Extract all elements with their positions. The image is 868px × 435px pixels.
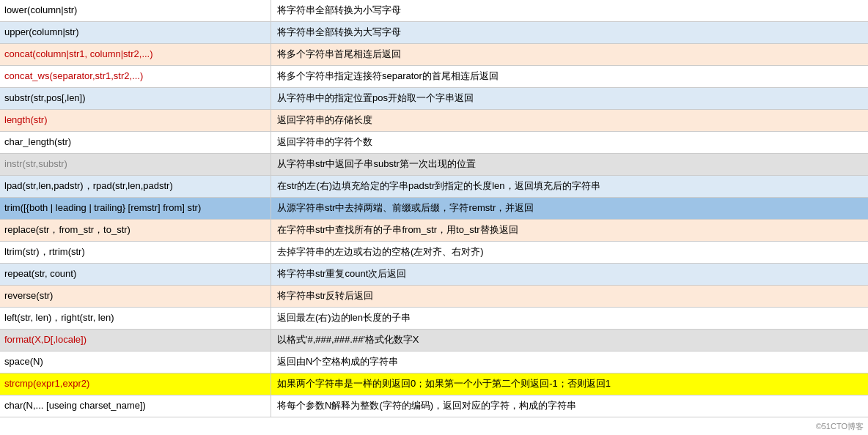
table-row: left(str, len)，right(str, len)返回最左(右)边的l… — [0, 308, 868, 330]
description-cell: 返回由N个空格构成的字符串 — [271, 352, 868, 373]
description-cell: 将字符串全部转换为大写字母 — [271, 22, 868, 43]
description-cell: 如果两个字符串是一样的则返回0；如果第一个小于第二个则返回-1；否则返回1 — [271, 373, 868, 395]
description-cell: 将字符串str反转后返回 — [271, 286, 868, 307]
function-cell: lpad(str,len,padstr)，rpad(str,len,padstr… — [0, 176, 271, 197]
function-cell: concat_ws(separator,str1,str2,...) — [0, 66, 271, 87]
function-cell: concat(column|str1, column|str2,...) — [0, 44, 271, 65]
table-row: concat_ws(separator,str1,str2,...)将多个字符串… — [0, 66, 868, 88]
function-cell: format(X,D[,locale]) — [0, 330, 271, 351]
description-cell: 将多个字符串首尾相连后返回 — [271, 44, 868, 65]
function-cell: upper(column|str) — [0, 22, 271, 43]
table-row: reverse(str)将字符串str反转后返回 — [0, 286, 868, 308]
description-cell: 将多个字符串指定连接符separator的首尾相连后返回 — [271, 66, 868, 87]
function-cell: length(str) — [0, 110, 271, 131]
function-cell: space(N) — [0, 352, 271, 373]
description-cell: 将每个参数N解释为整数(字符的编码)，返回对应的字符，构成的字符串 — [271, 395, 868, 417]
table-row: strcmp(expr1,expr2)如果两个字符串是一样的则返回0；如果第一个… — [0, 373, 868, 395]
description-cell: 将字符串全部转换为小写字母 — [271, 0, 868, 21]
description-cell: 在str的左(右)边填充给定的字串padstr到指定的长度len，返回填充后的字… — [271, 176, 868, 197]
function-cell: replace(str，from_str，to_str) — [0, 220, 271, 241]
description-cell: 以格式'#,###,###.##'格式化数字X — [271, 330, 868, 351]
function-cell: ltrim(str)，rtrim(str) — [0, 242, 271, 263]
table-row: space(N)返回由N个空格构成的字符串 — [0, 352, 868, 373]
table-row: replace(str，from_str，to_str)在字符串str中查找所有… — [0, 220, 868, 242]
description-cell: 返回字符串的存储长度 — [271, 110, 868, 131]
function-cell: trim([{both | leading | trailing} [remst… — [0, 198, 271, 219]
table-row: instr(str,substr)从字符串str中返回子串substr第一次出现… — [0, 154, 868, 176]
table-row: concat(column|str1, column|str2,...)将多个字… — [0, 44, 868, 66]
description-cell: 在字符串str中查找所有的子串from_str，用to_str替换返回 — [271, 220, 868, 241]
description-cell: 返回最左(右)边的len长度的子串 — [271, 308, 868, 329]
function-cell: strcmp(expr1,expr2) — [0, 373, 271, 395]
function-cell: lower(column|str) — [0, 0, 271, 21]
function-cell: substr(str,pos[,len]) — [0, 88, 271, 109]
table-row: upper(column|str)将字符串全部转换为大写字母 — [0, 22, 868, 44]
function-cell: reverse(str) — [0, 286, 271, 307]
table-row: lower(column|str)将字符串全部转换为小写字母 — [0, 0, 868, 22]
table-row: format(X,D[,locale])以格式'#,###,###.##'格式化… — [0, 330, 868, 352]
function-cell: left(str, len)，right(str, len) — [0, 308, 271, 329]
description-cell: 返回字符串的字符个数 — [271, 132, 868, 153]
description-cell: 去掉字符串的左边或右边的空格(左对齐、右对齐) — [271, 242, 868, 263]
table-row: repeat(str, count)将字符串str重复count次后返回 — [0, 264, 868, 286]
table-row: char(N,... [useing charset_name])将每个参数N解… — [0, 395, 868, 417]
description-cell: 将字符串str重复count次后返回 — [271, 264, 868, 285]
table-row: trim([{both | leading | trailing} [remst… — [0, 198, 868, 220]
description-cell: 从字符串str中返回子串substr第一次出现的位置 — [271, 154, 868, 175]
function-cell: instr(str,substr) — [0, 154, 271, 175]
table-row: length(str)返回字符串的存储长度 — [0, 110, 868, 132]
function-cell: char(N,... [useing charset_name]) — [0, 395, 271, 417]
function-cell: repeat(str, count) — [0, 264, 271, 285]
table-row: substr(str,pos[,len])从字符串中的指定位置pos开始取一个字… — [0, 88, 868, 110]
table-row: char_length(str)返回字符串的字符个数 — [0, 132, 868, 154]
table-row: lpad(str,len,padstr)，rpad(str,len,padstr… — [0, 176, 868, 198]
function-table: lower(column|str)将字符串全部转换为小写字母upper(colu… — [0, 0, 868, 417]
description-cell: 从源字符串str中去掉两端、前缀或后缀，字符remstr，并返回 — [271, 198, 868, 219]
function-cell: char_length(str) — [0, 132, 271, 153]
table-row: ltrim(str)，rtrim(str)去掉字符串的左边或右边的空格(左对齐、… — [0, 242, 868, 264]
description-cell: 从字符串中的指定位置pos开始取一个字串返回 — [271, 88, 868, 109]
